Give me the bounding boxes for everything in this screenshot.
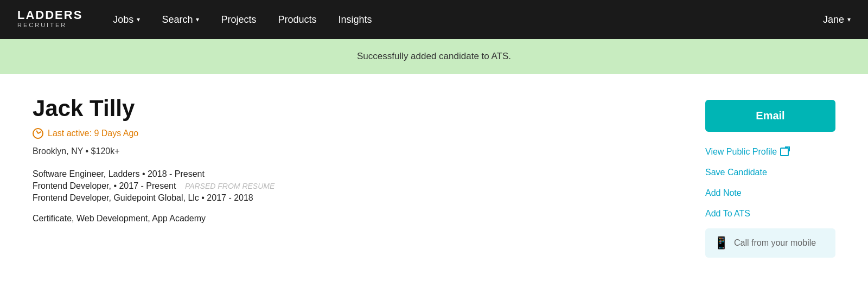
user-menu[interactable]: Jane ▾	[823, 14, 851, 25]
jobs-arrow-icon: ▾	[137, 16, 140, 23]
external-link-icon	[780, 148, 789, 156]
banner-text: Successfully added candidate to ATS.	[357, 51, 511, 61]
location-salary: Brooklyn, NY • $120k+	[33, 146, 684, 156]
candidate-info: Jack Tilly Last active: 9 Days Ago Brook…	[33, 95, 684, 258]
nav-search[interactable]: Search ▾	[153, 10, 208, 30]
phone-icon: 📱	[714, 236, 729, 250]
work-line-3: Frontend Developer, Guidepoint Global, L…	[33, 193, 684, 203]
candidate-name: Jack Tilly	[33, 95, 684, 122]
user-arrow-icon: ▾	[847, 16, 851, 23]
navbar: LADDERS RECRUITER Jobs ▾ Search ▾ Projec…	[0, 0, 868, 39]
last-active-text: Last active: 9 Days Ago	[48, 129, 138, 138]
last-active: Last active: 9 Days Ago	[33, 128, 684, 139]
action-panel: Email View Public Profile Save Candidate…	[705, 95, 835, 258]
nav-jobs[interactable]: Jobs ▾	[104, 10, 149, 30]
email-button[interactable]: Email	[705, 100, 835, 132]
work-history: Software Engineer, Ladders • 2018 - Pres…	[33, 169, 684, 203]
clock-hand-minute	[38, 131, 42, 134]
candidate-education: Certificate, Web Development, App Academ…	[33, 214, 684, 223]
nav-products[interactable]: Products	[269, 10, 325, 30]
call-mobile-text: Call from your mobile	[734, 238, 816, 248]
add-to-ats-link[interactable]: Add To ATS	[705, 203, 835, 224]
candidate-location: Brooklyn, NY	[33, 146, 83, 156]
search-arrow-icon: ▾	[196, 16, 199, 23]
clock-icon	[33, 128, 43, 139]
call-from-mobile-box[interactable]: 📱 Call from your mobile	[705, 228, 835, 258]
logo-bottom: RECRUITER	[17, 21, 82, 29]
add-note-link[interactable]: Add Note	[705, 183, 835, 203]
view-public-profile-link[interactable]: View Public Profile	[705, 142, 835, 162]
nav-items: Jobs ▾ Search ▾ Projects Products Insigh…	[104, 10, 823, 30]
logo[interactable]: LADDERS RECRUITER	[17, 9, 82, 29]
logo-top: LADDERS	[17, 9, 82, 21]
nav-insights[interactable]: Insights	[330, 10, 381, 30]
nav-projects[interactable]: Projects	[212, 10, 265, 30]
parsed-from-resume-label: PARSED FROM RESUME	[185, 182, 275, 190]
work-line-2: Frontend Developer, • 2017 - Present PAR…	[33, 181, 684, 191]
save-candidate-link[interactable]: Save Candidate	[705, 162, 835, 183]
work-line-1: Software Engineer, Ladders • 2018 - Pres…	[33, 169, 684, 179]
separator: •	[86, 146, 91, 156]
success-banner: Successfully added candidate to ATS.	[0, 39, 868, 74]
main-content: Jack Tilly Last active: 9 Days Ago Brook…	[0, 74, 868, 279]
candidate-salary: $120k+	[91, 146, 120, 156]
